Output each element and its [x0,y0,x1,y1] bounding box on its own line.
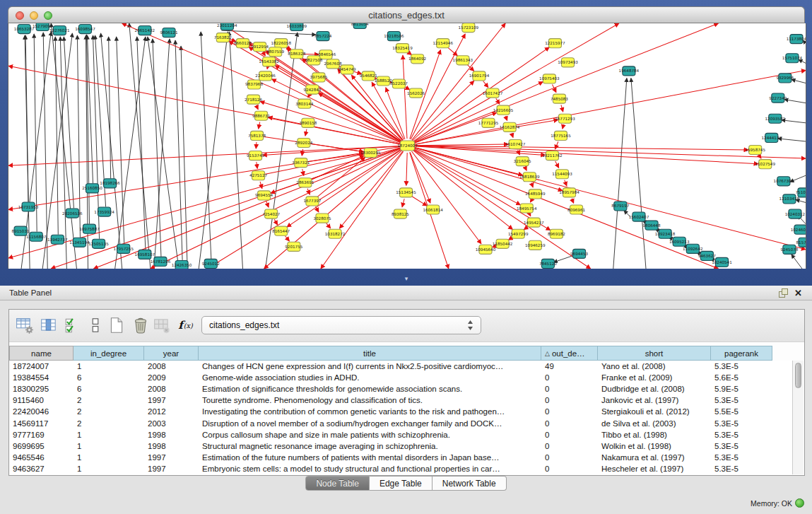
graph-node-label: 10731953 [18,205,39,209]
table-panel-title: Table Panel [9,286,52,300]
graph-node-label: 10246013 [791,228,806,232]
select-rows-button[interactable] [63,315,83,337]
graph-node-label: 16162874 [500,125,520,129]
cell-year: 1998 [144,440,199,452]
select-rows-icon [64,316,82,334]
close-panel-button[interactable]: ✕ [793,286,804,300]
graph-node-label: 15723109 [459,25,479,30]
graph-node-label: 11345194 [69,240,90,245]
column-header-out_degree[interactable]: △out_de… [541,346,598,361]
column-header-year[interactable]: year [144,346,199,361]
table-row[interactable]: 946554611997Estimation of the future num… [9,452,792,463]
column-header-name[interactable]: name [9,346,73,361]
cell-year: 2003 [144,418,199,429]
graph-node-label: 9837968 [245,83,263,87]
column-header-title[interactable]: title [199,346,541,361]
sort-ascending-icon: △ [545,350,550,357]
graph-node-label: 3028075 [313,216,331,221]
cell-name: 18724007 [9,361,73,372]
table-row[interactable]: 911546021997Tourette syndrome. Phenomeno… [9,395,792,406]
graph-node-label: 7163822 [214,35,232,40]
graph-node-label: 8813054 [351,23,369,26]
tab-node-table[interactable]: Node Table [305,476,370,491]
graph-node-label: 8454749 [339,67,356,71]
table-row[interactable]: 2242004622012Investigating the contribut… [9,406,792,417]
graph-node-label: 16901794 [469,74,490,78]
graph-node-label: 15958745 [745,148,765,152]
table-row[interactable]: 1938455462009Genome-wide association stu… [9,372,792,383]
columns-button[interactable] [86,315,105,337]
function-builder-button[interactable]: f (x) [176,315,196,337]
delete-rows-button[interactable] [131,315,151,337]
graph-node-label: 18957984 [559,190,579,194]
graph-node-label: 9329966 [776,76,794,80]
graph-node-label: 9546821 [360,74,377,78]
network-canvas[interactable]: 1872400771638228660128591295418226058980… [8,23,806,269]
column-header-in_degree[interactable]: in_degree [73,346,144,361]
graph-node-label: 7581378 [248,134,266,138]
cell-out_degree: 0 [541,383,598,395]
show-columns-button[interactable] [39,315,59,337]
graph-node-label: 10946259 [525,243,546,247]
cell-name: 14569117 [9,418,73,429]
table-type-tabs: Node TableEdge TableNetwork Table [0,476,812,491]
graph-node-label: 12444133 [762,136,782,140]
window-titlebar[interactable]: citations_edges.txt [8,6,805,23]
graph-node-label: 8096961 [567,208,585,212]
graph-node-label: 9694554 [255,193,273,197]
graph-node-label: 18300295 [360,151,381,155]
graph-node-label: 17359924 [94,210,114,214]
tab-network-table[interactable]: Network Table [433,476,507,491]
graph-node-label: 13276021 [49,28,70,33]
scrollbar-thumb[interactable] [795,363,801,388]
table-row[interactable]: 1830029562008Estimation of significance … [9,383,792,395]
column-header-short[interactable]: short [598,346,711,361]
cell-title: Changes of HCN gene expression and I(f) … [199,361,541,372]
table-row[interactable]: 969969511998Structural magnetic resonanc… [9,440,792,452]
table-panel-header: Table Panel ✕ [0,286,812,300]
delete-table-button[interactable] [152,315,172,337]
table-row[interactable]: 1456911722003Disruption of a novel membe… [9,418,792,429]
cell-out_degree: 49 [541,361,598,372]
cell-pagerank: 5.3E-5 [711,440,772,452]
table-row[interactable]: 977716911998Corpus callosum shape and si… [9,429,792,440]
graph-node-label: 13211762 [542,153,563,158]
tab-edge-table[interactable]: Edge Table [370,476,433,491]
table-selector-dropdown[interactable]: citations_edges.txt [201,316,481,334]
cell-in_degree: 1 [73,429,144,440]
cell-short: Hescheler et al. (1997) [598,463,711,474]
graph-node-label: 4275127 [249,173,267,177]
graph-node-label: 16781296 [151,259,171,264]
table-container: f (x) citations_edges.txt namein_degreey… [8,309,805,476]
graph-node-label: 16543382 [259,59,279,64]
graph-node-label: 18724007 [397,144,418,148]
cell-pagerank: 5.3E-5 [711,452,772,463]
graph-node-label: 18495754 [517,206,537,211]
panel-splitter[interactable]: ▾ [401,274,412,283]
graph-node-label: 10973493 [558,60,578,64]
cell-in_degree: 1 [73,361,144,372]
float-panel-button[interactable] [778,288,789,298]
graph-node-label: 18325419 [392,46,413,50]
cell-title: Corpus callosum shape and size in male p… [199,429,541,440]
table-row[interactable]: 946362711997Embryonic stem cells: a mode… [9,463,792,474]
cell-title: Embryonic stem cells: a model to study s… [199,463,541,474]
column-header-pagerank[interactable]: pagerank [711,346,772,361]
cell-name: 22420046 [9,406,73,417]
cell-short: Franke et al. (2009) [598,372,711,383]
graph-node-label: 10240541 [712,260,732,264]
graph-node-label: 7857224 [314,34,331,38]
new-document-button[interactable] [107,315,126,337]
graph-node-label: 15602407 [629,215,649,219]
window-title: citations_edges.txt [8,7,804,24]
cell-title: Structural magnetic resonance image aver… [199,440,541,452]
graph-node-label: 7485083 [551,97,568,101]
graph-node-label: 3803144 [295,102,313,106]
graph-node-label: 16098547 [75,27,95,31]
table-vertical-scrollbar[interactable] [792,361,804,474]
graph-node-label: 16095213 [669,240,690,244]
cell-pagerank: 5.3E-5 [711,395,772,406]
network-canvas-svg[interactable]: 1872400771638228660128591295418226058980… [8,23,806,269]
table-settings-button[interactable] [15,315,35,337]
table-row[interactable]: 1872400712008Changes of HCN gene express… [9,361,792,372]
